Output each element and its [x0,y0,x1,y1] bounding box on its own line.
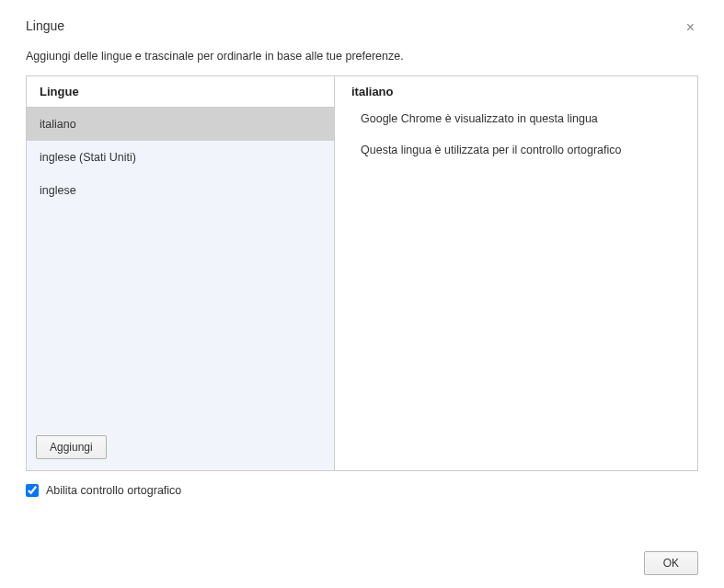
close-icon[interactable]: × [683,18,698,37]
language-item-label: inglese [40,184,76,197]
language-detail-panel: italiano Google Chrome è visualizzato in… [335,76,697,470]
language-list: italiano inglese (Stati Uniti) inglese [27,108,334,426]
main-box: Lingue italiano inglese (Stati Uniti) in… [26,75,698,471]
language-item-label: italiano [40,118,76,131]
language-item-italiano[interactable]: italiano [27,108,334,141]
languages-dialog: Lingue × Aggiungi delle lingue e trascin… [0,0,724,588]
language-item-inglese-us[interactable]: inglese (Stati Uniti) [27,141,334,174]
dialog-header: Lingue × [26,18,698,37]
dialog-footer: OK [644,551,698,575]
ok-button[interactable]: OK [644,551,698,575]
language-list-panel: Lingue italiano inglese (Stati Uniti) in… [27,76,335,470]
spellcheck-checkbox[interactable] [26,484,39,497]
language-item-inglese[interactable]: inglese [27,174,334,207]
spellcheck-checkbox-label: Abilita controllo ortografico [46,484,181,497]
add-button[interactable]: Aggiungi [36,435,107,459]
spellcheck-checkbox-row[interactable]: Abilita controllo ortografico [26,484,698,497]
language-list-header: Lingue [27,76,334,108]
add-row: Aggiungi [27,426,334,470]
detail-spellcheck-language: Questa lingua è utilizzata per il contro… [335,138,697,169]
dialog-title: Lingue [26,18,64,33]
language-item-label: inglese (Stati Uniti) [40,151,136,164]
detail-header: italiano [335,76,697,107]
dialog-subtitle: Aggiungi delle lingue e trascinale per o… [26,50,698,63]
detail-display-language: Google Chrome è visualizzato in questa l… [335,107,697,138]
